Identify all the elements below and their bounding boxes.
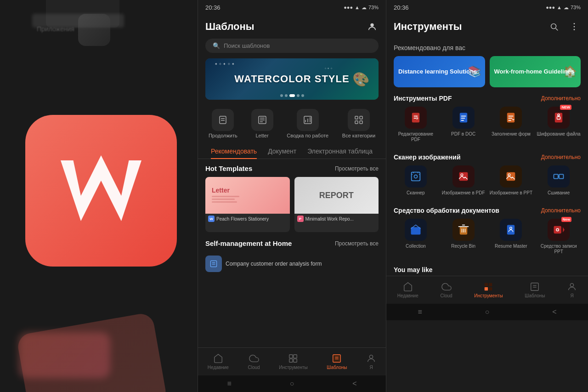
report-card-name: Minimalist Work Repo...: [305, 216, 354, 222]
search-bar[interactable]: 🔍 Поиск шаблонов: [205, 39, 379, 53]
hot-templates-more[interactable]: Просмотреть все: [335, 165, 379, 172]
home-btn-2[interactable]: ○: [485, 308, 490, 316]
nav-tools-label-1: Инструменты: [279, 365, 307, 370]
nav-cloud-1[interactable]: Cloud: [242, 352, 265, 372]
pdf-tools-more[interactable]: Дополнительно: [541, 95, 581, 102]
line-2: [212, 199, 235, 200]
template-card-report[interactable]: REPORT P Minimalist Work Repo...: [294, 177, 379, 232]
banner[interactable]: ✦ ✧ ✦ ✧ ✦ ✧ ✦ ✧ WATERCOLOR STYLE 🎨: [205, 58, 379, 100]
dot-1: [280, 94, 283, 97]
profile-icon[interactable]: [366, 20, 379, 33]
doc-processor-header: Средство обработки документов Дополнител…: [394, 207, 581, 214]
doc-processor-title: Средство обработки документов: [394, 207, 499, 214]
self-mgmt-item[interactable]: Company customer order analysis form: [205, 252, 379, 276]
signal-dots-2: ●●●: [546, 5, 555, 10]
wifi-icon-2: ☁: [564, 5, 569, 11]
nav-templates-2[interactable]: Шаблоны: [519, 280, 550, 300]
tabs-bar: Рекомендовать Документ Электронная табли…: [198, 144, 386, 159]
tool-pdf-edit[interactable]: Редактирование PDF: [394, 107, 438, 142]
hot-templates-title: Hot Templates: [205, 165, 252, 172]
badge-w: W: [208, 216, 215, 222]
nav-recent-2[interactable]: Недавние: [392, 280, 424, 300]
quick-action-categories[interactable]: Все категории: [342, 109, 375, 138]
svg-point-39: [414, 175, 417, 178]
svg-rect-19: [289, 355, 293, 358]
svg-rect-15: [360, 121, 362, 124]
rec-card-distance-learning[interactable]: Distance learning Solutions 📚: [394, 56, 485, 87]
menu-btn-1[interactable]: ≡: [227, 380, 231, 388]
back-btn-1[interactable]: <: [352, 380, 356, 388]
tool-img-ppt[interactable]: Изображение в PPT: [489, 165, 533, 196]
tool-collection[interactable]: Collection: [394, 219, 438, 255]
svg-rect-47: [411, 227, 420, 234]
svg-rect-59: [489, 283, 492, 286]
svg-point-29: [574, 23, 575, 24]
doc-processor-grid: Collection Recycle Bin: [394, 219, 581, 255]
nav-recent-1[interactable]: Недавние: [202, 352, 234, 372]
img-ppt-icon: [500, 165, 522, 187]
tab-spreadsheet[interactable]: Электронная таблица: [302, 144, 378, 159]
tool-scanner[interactable]: Сканнер: [394, 165, 438, 196]
pdf-edit-icon: [405, 107, 427, 129]
nav-templates-1[interactable]: Шаблоны: [321, 352, 352, 372]
wps-logo-svg: [51, 145, 152, 237]
svg-line-28: [556, 28, 558, 31]
quick-action-report[interactable]: Сводка по работе: [287, 109, 328, 138]
nav-recent-label-2: Недавние: [397, 293, 418, 298]
dot-2: [285, 94, 288, 97]
back-btn-2[interactable]: <: [552, 308, 556, 316]
tool-stitch[interactable]: Сшивание: [537, 165, 581, 196]
pdf-tools-grid: Редактирование PDF PDF в DOC: [394, 107, 581, 142]
bottom-nav-1: Недавние Cloud Инструменты: [198, 347, 386, 375]
svg-rect-60: [485, 287, 488, 290]
tool-recycle-bin[interactable]: Recycle Bin: [441, 219, 486, 255]
tab-recommend[interactable]: Рекомендовать: [205, 144, 262, 159]
status-bar-1: 20:36 ●●● ▲ ☁ 73%: [198, 0, 386, 15]
phone-templates: 20:36 ●●● ▲ ☁ 73% Шаблоны 🔍: [198, 0, 386, 392]
quick-action-letter[interactable]: Letter: [251, 109, 273, 138]
tab-document[interactable]: Документ: [262, 144, 302, 159]
nav-cloud-2[interactable]: Cloud: [435, 280, 458, 300]
search-icon-btn[interactable]: [548, 20, 560, 33]
self-mgmt-more[interactable]: Просмотреть все: [335, 240, 379, 247]
home-btn-1[interactable]: ○: [290, 380, 294, 388]
nav-tools-1[interactable]: Инструменты: [273, 352, 313, 372]
bottom-deco: [0, 300, 198, 392]
rec-card-work-from-home[interactable]: Work-from-home Guidelines 🏠: [490, 56, 581, 87]
svg-rect-34: [507, 113, 514, 123]
svg-rect-14: [355, 121, 358, 124]
signal-bar-1: ▲: [355, 5, 360, 10]
doc-processor-more[interactable]: Дополнительно: [541, 207, 581, 214]
form-fill-label: Заполнение форм: [492, 131, 531, 137]
tool-ppt-recorder[interactable]: New Средство записи PPT: [537, 219, 581, 255]
page-title-1: Шаблоны: [205, 21, 254, 33]
tool-img-pdf[interactable]: Изображение в PDF: [441, 165, 486, 196]
nav-profile-1[interactable]: Я: [361, 352, 382, 372]
header-1: Шаблоны: [198, 15, 386, 39]
report-card-preview: REPORT: [294, 177, 379, 214]
letter-card-preview: Letter: [205, 177, 290, 214]
battery-2: 73%: [571, 5, 581, 10]
more-icon-btn[interactable]: [568, 20, 581, 33]
svg-rect-44: [554, 174, 558, 178]
svg-rect-21: [289, 359, 293, 362]
recommended-title: Рекомендовано для вас: [394, 44, 581, 51]
template-card-letter[interactable]: Letter W Peach Flowers Stationer: [205, 177, 290, 232]
tool-resume-master[interactable]: Resume Master: [489, 219, 533, 255]
tool-form-fill[interactable]: Заполнение форм: [489, 107, 533, 142]
img-ppt-label: Изображение в PPT: [490, 190, 532, 196]
tool-pdf-doc[interactable]: PDF в DOC: [441, 107, 486, 142]
status-icons-2: ●●● ▲ ☁ 73%: [546, 5, 581, 11]
menu-btn-2[interactable]: ≡: [418, 308, 422, 316]
header-2: Инструменты: [386, 15, 588, 39]
tool-encrypt[interactable]: NEW Шифрование файла: [537, 107, 581, 142]
svg-rect-20: [294, 355, 297, 358]
templates-content: Hot Templates Просмотреть все Letter: [198, 159, 386, 347]
quick-action-continue[interactable]: Продолжить: [209, 109, 237, 138]
letter-card-name: Peach Flowers Stationery: [216, 216, 269, 222]
scanner-more[interactable]: Дополнительно: [541, 154, 581, 160]
svg-point-65: [570, 284, 573, 287]
pdf-doc-label: PDF в DOC: [451, 131, 475, 137]
nav-tools-2[interactable]: Инструменты: [469, 280, 508, 300]
nav-profile-2[interactable]: Я: [561, 280, 582, 300]
